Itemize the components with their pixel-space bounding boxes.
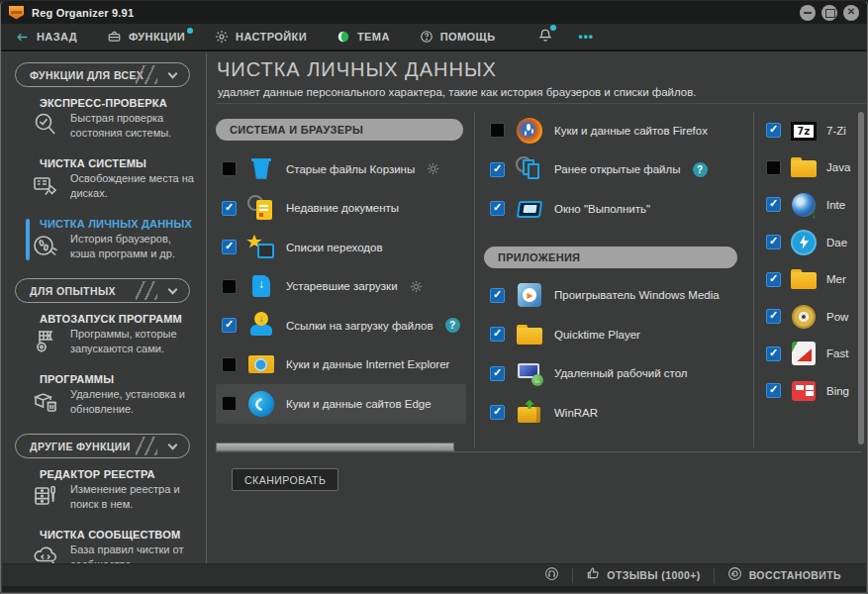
more-menu-button[interactable]: ••• <box>578 30 594 44</box>
item-title: ЧИСТКА СООБЩЕСТВОМ <box>40 529 198 541</box>
checkbox[interactable] <box>222 201 237 216</box>
item-desc: Программы, которые запускаются сами. <box>70 327 198 356</box>
checkbox[interactable] <box>222 357 237 372</box>
checkbox[interactable] <box>490 366 505 381</box>
cleanup-row-ie-cookies[interactable]: Куки и данные Internet Explorer <box>216 346 466 385</box>
cleanup-row-run-window[interactable]: Окно "Выполнить" <box>484 189 739 229</box>
sidebar-item-system-cleanup[interactable]: ЧИСТКА СИСТЕМЫ Освобождение места на дис… <box>27 157 198 201</box>
minimize-button[interactable] <box>800 5 816 21</box>
cleanup-row-idm[interactable]: Inte <box>763 186 862 224</box>
checkbox[interactable] <box>222 240 237 254</box>
sidebar-item-programs[interactable]: ПРОГРАММЫ Удаление, установка и обновлен… <box>27 373 198 417</box>
theme-icon <box>337 30 350 44</box>
disk-cleanup-icon <box>32 171 61 201</box>
checkbox[interactable] <box>766 235 781 249</box>
checkbox[interactable] <box>490 123 505 138</box>
item-desc: Удаление, установка и обновление. <box>70 387 198 417</box>
checkbox[interactable] <box>766 346 781 361</box>
group-label: ДЛЯ ОПЫТНЫХ <box>30 285 116 297</box>
sidebar-group-other[interactable]: ДРУГИЕ ФУНКЦИИ <box>15 434 190 458</box>
vertical-scrollbar[interactable] <box>858 112 864 445</box>
cleanup-label: Mer <box>826 273 846 285</box>
sidebar-item-private-data-cleanup[interactable]: ЧИСТКА ЛИЧНЫХ ДАННЫХ История браузеров, … <box>27 218 198 261</box>
cleanup-row-recycle-bin[interactable]: Старые файлы Корзины <box>216 149 466 189</box>
scan-button[interactable]: СКАНИРОВАТЬ <box>232 468 338 491</box>
idm-icon <box>789 190 819 220</box>
support-button[interactable] <box>531 568 572 583</box>
checkbox[interactable] <box>766 272 781 287</box>
restore-button[interactable]: ВОССТАНОВИТЬ <box>714 568 854 583</box>
notifications-button[interactable] <box>538 28 552 47</box>
cleanup-label: Куки и данные сайтов Firefox <box>554 125 708 137</box>
cleanup-row-faststone[interactable]: Fast <box>763 336 862 373</box>
cleanup-row-daemon-tools[interactable]: Dae <box>763 224 862 261</box>
checkbox[interactable] <box>490 201 505 216</box>
checkbox[interactable] <box>222 396 237 411</box>
sidebar-item-registry-editor[interactable]: РЕДАКТОР РЕЕСТРА Изменение реестра и пои… <box>27 468 198 512</box>
cleanup-row-mer[interactable]: Mer <box>763 260 862 298</box>
horizontal-scrollbar-thumb[interactable] <box>216 443 454 451</box>
cleanup-label: Проигрыватель Windows Media <box>554 289 720 301</box>
cleanup-row-remote-desktop[interactable]: Удаленный рабочий стол <box>484 354 739 394</box>
cleanup-row-bing[interactable]: Bing <box>763 372 862 410</box>
item-desc: Освобождение места на дисках. <box>70 171 198 201</box>
cleanup-row-windows-media[interactable]: Проигрыватель Windows Media <box>484 276 739 316</box>
gear-icon[interactable] <box>410 280 423 293</box>
checkbox[interactable] <box>766 123 781 138</box>
group-label: ФУНКЦИИ ДЛЯ ВСЕХ <box>30 69 144 81</box>
close-button[interactable] <box>843 5 859 21</box>
restore-label: ВОССТАНОВИТЬ <box>749 569 841 581</box>
registry-drawer-icon <box>32 482 61 512</box>
bing-icon <box>789 376 819 406</box>
gear-icon[interactable] <box>427 162 439 175</box>
sidebar-item-express-check[interactable]: ЭКСПРЕСС-ПРОВЕРКА Быстрая проверка состо… <box>27 97 198 141</box>
help-badge-icon[interactable] <box>693 162 708 177</box>
old-downloads-icon <box>246 271 276 301</box>
cleanup-label: Ранее открытые файлы <box>554 163 681 175</box>
cleanup-row-jump-lists[interactable]: Списки переходов <box>216 228 466 267</box>
menu-settings[interactable]: НАСТРОЙКИ <box>215 30 307 44</box>
cleanup-row-edge-cookies[interactable]: Куки и данные сайтов Edge <box>216 384 466 424</box>
cleanup-row-recent-files[interactable]: Ранее открытые файлы <box>484 150 739 190</box>
menu-theme[interactable]: ТЕМА <box>337 30 390 44</box>
checkbox[interactable] <box>222 318 237 333</box>
sidebar-item-autorun[interactable]: АВТОЗАПУСК ПРОГРАММ Программы, которые з… <box>27 313 198 356</box>
cleanup-label: Куки и данные сайтов Edge <box>286 398 432 410</box>
column-divider <box>753 112 754 447</box>
cleanup-row-firefox-cookies[interactable]: Куки и данные сайтов Firefox <box>484 111 739 150</box>
menu-help[interactable]: ПОМОЩЬ <box>420 30 496 44</box>
cleanup-row-old-downloads[interactable]: Устаревшие загрузки <box>216 267 466 307</box>
help-badge-icon[interactable] <box>445 318 460 333</box>
feedback-button[interactable]: ОТЗЫВЫ (1000+) <box>572 568 713 583</box>
checkbox[interactable] <box>222 161 237 176</box>
checkbox[interactable] <box>490 405 505 420</box>
checkbox[interactable] <box>766 309 781 324</box>
checkbox[interactable] <box>490 288 505 303</box>
checkbox[interactable] <box>490 162 505 177</box>
sidebar-group-advanced[interactable]: ДЛЯ ОПЫТНЫХ <box>15 278 190 303</box>
cleanup-row-java[interactable]: Java <box>763 149 862 187</box>
cleanup-row-powerdvd[interactable]: Pow <box>763 298 862 336</box>
cleanup-row-7zip[interactable]: 7-Zi <box>763 112 862 149</box>
sidebar-group-all-functions[interactable]: ФУНКЦИИ ДЛЯ ВСЕХ <box>15 62 190 87</box>
checkbox[interactable] <box>766 383 781 398</box>
maximize-button[interactable] <box>821 5 837 21</box>
item-desc: База правил чистки от сообщества. <box>70 543 198 563</box>
item-desc: История браузеров, кэша программ и др. <box>70 232 198 261</box>
chevron-down-icon <box>168 69 178 79</box>
checkbox[interactable] <box>766 197 781 212</box>
horizontal-scrollbar-track[interactable] <box>216 451 862 452</box>
titlebar[interactable]: Reg Organizer 9.91 <box>1 1 867 24</box>
cleanup-row-quicktime[interactable]: Quicktime Player <box>484 315 739 354</box>
cleanup-row-recent-documents[interactable]: Недавние документы <box>216 189 466 229</box>
menu-functions[interactable]: ФУНКЦИИ <box>107 30 185 44</box>
cleanup-label: Куки и данные Internet Explorer <box>286 358 449 370</box>
page-subtitle: удаляет данные персонального характера, … <box>218 86 697 98</box>
checkbox[interactable] <box>766 160 781 175</box>
menu-back[interactable]: НАЗАД <box>15 31 77 44</box>
sidebar-item-community-cleanup[interactable]: ЧИСТКА СООБЩЕСТВОМ База правил чистки от… <box>27 529 198 563</box>
cleanup-row-download-links[interactable]: Ссылки на загрузку файлов <box>216 306 466 346</box>
cleanup-row-winrar[interactable]: WinRAR <box>484 393 739 433</box>
checkbox[interactable] <box>490 327 505 342</box>
checkbox[interactable] <box>222 279 237 294</box>
